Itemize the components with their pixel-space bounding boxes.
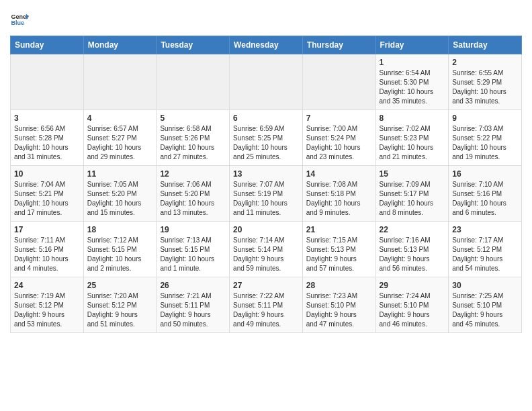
- calendar-cell: 11Sunrise: 7:05 AM Sunset: 5:20 PM Dayli…: [83, 166, 157, 222]
- day-number: 19: [160, 225, 226, 234]
- day-info: Sunrise: 7:11 AM Sunset: 5:16 PM Dayligh…: [14, 236, 80, 273]
- day-number: 1: [380, 58, 445, 67]
- day-number: 3: [14, 113, 80, 123]
- calendar-cell: 28Sunrise: 7:23 AM Sunset: 5:10 PM Dayli…: [302, 277, 375, 333]
- weekday-header-thursday: Thursday: [302, 36, 375, 54]
- day-number: 11: [87, 169, 153, 179]
- day-info: Sunrise: 7:02 AM Sunset: 5:23 PM Dayligh…: [380, 124, 445, 162]
- calendar-cell: 23Sunrise: 7:17 AM Sunset: 5:12 PM Dayli…: [449, 222, 522, 277]
- day-number: 6: [233, 113, 299, 123]
- calendar-week-row: 1Sunrise: 6:54 AM Sunset: 5:30 PM Daylig…: [11, 54, 522, 110]
- day-number: 23: [452, 225, 518, 234]
- calendar-cell: 17Sunrise: 7:11 AM Sunset: 5:16 PM Dayli…: [11, 222, 84, 277]
- day-info: Sunrise: 7:13 AM Sunset: 5:15 PM Dayligh…: [160, 236, 226, 273]
- day-number: 9: [452, 113, 518, 123]
- calendar-cell: 7Sunrise: 7:00 AM Sunset: 5:24 PM Daylig…: [302, 110, 375, 166]
- logo-icon: General Blue: [10, 10, 29, 29]
- calendar-cell: 13Sunrise: 7:07 AM Sunset: 5:19 PM Dayli…: [230, 166, 303, 222]
- day-number: 28: [306, 281, 372, 290]
- calendar-week-row: 10Sunrise: 7:04 AM Sunset: 5:21 PM Dayli…: [11, 166, 522, 222]
- day-info: Sunrise: 7:08 AM Sunset: 5:18 PM Dayligh…: [306, 180, 372, 218]
- day-info: Sunrise: 7:21 AM Sunset: 5:11 PM Dayligh…: [160, 291, 226, 329]
- calendar-cell: 16Sunrise: 7:10 AM Sunset: 5:16 PM Dayli…: [449, 166, 522, 222]
- day-info: Sunrise: 6:55 AM Sunset: 5:29 PM Dayligh…: [452, 68, 518, 106]
- weekday-header-row: SundayMondayTuesdayWednesdayThursdayFrid…: [11, 36, 522, 54]
- day-info: Sunrise: 6:59 AM Sunset: 5:25 PM Dayligh…: [233, 124, 299, 162]
- calendar-cell: 25Sunrise: 7:20 AM Sunset: 5:12 PM Dayli…: [83, 277, 157, 333]
- day-number: 29: [380, 281, 445, 290]
- calendar-week-row: 17Sunrise: 7:11 AM Sunset: 5:16 PM Dayli…: [11, 222, 522, 277]
- day-number: 17: [14, 225, 80, 234]
- day-number: 10: [14, 169, 80, 179]
- calendar-week-row: 24Sunrise: 7:19 AM Sunset: 5:12 PM Dayli…: [11, 277, 522, 333]
- calendar-cell: 10Sunrise: 7:04 AM Sunset: 5:21 PM Dayli…: [11, 166, 84, 222]
- day-number: 22: [380, 225, 445, 234]
- calendar-cell: 12Sunrise: 7:06 AM Sunset: 5:20 PM Dayli…: [157, 166, 230, 222]
- day-number: 18: [87, 225, 153, 234]
- day-number: 5: [160, 113, 226, 123]
- calendar-week-row: 3Sunrise: 6:56 AM Sunset: 5:28 PM Daylig…: [11, 110, 522, 166]
- day-info: Sunrise: 7:05 AM Sunset: 5:20 PM Dayligh…: [87, 180, 153, 218]
- day-info: Sunrise: 7:25 AM Sunset: 5:10 PM Dayligh…: [452, 291, 518, 329]
- calendar-cell: 19Sunrise: 7:13 AM Sunset: 5:15 PM Dayli…: [157, 222, 230, 277]
- day-info: Sunrise: 7:09 AM Sunset: 5:17 PM Dayligh…: [380, 180, 445, 218]
- day-number: 25: [87, 281, 153, 290]
- day-info: Sunrise: 7:24 AM Sunset: 5:10 PM Dayligh…: [380, 291, 445, 329]
- weekday-header-wednesday: Wednesday: [230, 36, 303, 54]
- calendar-cell: 8Sunrise: 7:02 AM Sunset: 5:23 PM Daylig…: [375, 110, 449, 166]
- day-number: 21: [306, 225, 372, 234]
- day-number: 16: [452, 169, 518, 179]
- calendar-cell: 24Sunrise: 7:19 AM Sunset: 5:12 PM Dayli…: [11, 277, 84, 333]
- calendar-cell: 20Sunrise: 7:14 AM Sunset: 5:14 PM Dayli…: [230, 222, 303, 277]
- calendar-cell: 27Sunrise: 7:22 AM Sunset: 5:11 PM Dayli…: [230, 277, 303, 333]
- day-number: 2: [452, 58, 518, 67]
- calendar-cell: [230, 54, 303, 110]
- calendar-cell: 18Sunrise: 7:12 AM Sunset: 5:15 PM Dayli…: [83, 222, 157, 277]
- day-number: 4: [87, 113, 153, 123]
- day-number: 26: [160, 281, 226, 290]
- day-info: Sunrise: 7:23 AM Sunset: 5:10 PM Dayligh…: [306, 291, 372, 329]
- calendar-cell: 9Sunrise: 7:03 AM Sunset: 5:22 PM Daylig…: [449, 110, 522, 166]
- day-info: Sunrise: 7:14 AM Sunset: 5:14 PM Dayligh…: [233, 236, 299, 273]
- day-number: 13: [233, 169, 299, 179]
- day-number: 24: [14, 281, 80, 290]
- calendar-cell: [83, 54, 157, 110]
- day-info: Sunrise: 6:57 AM Sunset: 5:27 PM Dayligh…: [87, 124, 153, 162]
- day-number: 20: [233, 225, 299, 234]
- day-info: Sunrise: 7:16 AM Sunset: 5:13 PM Dayligh…: [380, 236, 445, 273]
- calendar-cell: 21Sunrise: 7:15 AM Sunset: 5:13 PM Dayli…: [302, 222, 375, 277]
- day-info: Sunrise: 7:20 AM Sunset: 5:12 PM Dayligh…: [87, 291, 153, 329]
- calendar-cell: [302, 54, 375, 110]
- calendar-cell: 22Sunrise: 7:16 AM Sunset: 5:13 PM Dayli…: [375, 222, 449, 277]
- day-info: Sunrise: 7:12 AM Sunset: 5:15 PM Dayligh…: [87, 236, 153, 273]
- calendar-cell: 15Sunrise: 7:09 AM Sunset: 5:17 PM Dayli…: [375, 166, 449, 222]
- weekday-header-monday: Monday: [83, 36, 157, 54]
- calendar-cell: 14Sunrise: 7:08 AM Sunset: 5:18 PM Dayli…: [302, 166, 375, 222]
- day-info: Sunrise: 7:06 AM Sunset: 5:20 PM Dayligh…: [160, 180, 226, 218]
- weekday-header-tuesday: Tuesday: [157, 36, 230, 54]
- day-info: Sunrise: 7:07 AM Sunset: 5:19 PM Dayligh…: [233, 180, 299, 218]
- calendar-cell: [157, 54, 230, 110]
- weekday-header-sunday: Sunday: [11, 36, 84, 54]
- day-number: 27: [233, 281, 299, 290]
- calendar-cell: 2Sunrise: 6:55 AM Sunset: 5:29 PM Daylig…: [449, 54, 522, 110]
- calendar-cell: 6Sunrise: 6:59 AM Sunset: 5:25 PM Daylig…: [230, 110, 303, 166]
- calendar-cell: 4Sunrise: 6:57 AM Sunset: 5:27 PM Daylig…: [83, 110, 157, 166]
- calendar-cell: [11, 54, 84, 110]
- day-info: Sunrise: 7:19 AM Sunset: 5:12 PM Dayligh…: [14, 291, 80, 329]
- day-info: Sunrise: 7:03 AM Sunset: 5:22 PM Dayligh…: [452, 124, 518, 162]
- calendar-cell: 30Sunrise: 7:25 AM Sunset: 5:10 PM Dayli…: [449, 277, 522, 333]
- day-info: Sunrise: 6:56 AM Sunset: 5:28 PM Dayligh…: [14, 124, 80, 162]
- day-info: Sunrise: 7:17 AM Sunset: 5:12 PM Dayligh…: [452, 236, 518, 273]
- day-info: Sunrise: 6:54 AM Sunset: 5:30 PM Dayligh…: [380, 68, 445, 106]
- day-number: 12: [160, 169, 226, 179]
- day-info: Sunrise: 7:22 AM Sunset: 5:11 PM Dayligh…: [233, 291, 299, 329]
- calendar-body: 1Sunrise: 6:54 AM Sunset: 5:30 PM Daylig…: [11, 54, 522, 333]
- page-header: General Blue: [10, 10, 522, 29]
- calendar-cell: 26Sunrise: 7:21 AM Sunset: 5:11 PM Dayli…: [157, 277, 230, 333]
- day-info: Sunrise: 6:58 AM Sunset: 5:26 PM Dayligh…: [160, 124, 226, 162]
- day-number: 14: [306, 169, 372, 179]
- day-number: 30: [452, 281, 518, 290]
- day-info: Sunrise: 7:00 AM Sunset: 5:24 PM Dayligh…: [306, 124, 372, 162]
- day-number: 7: [306, 113, 372, 123]
